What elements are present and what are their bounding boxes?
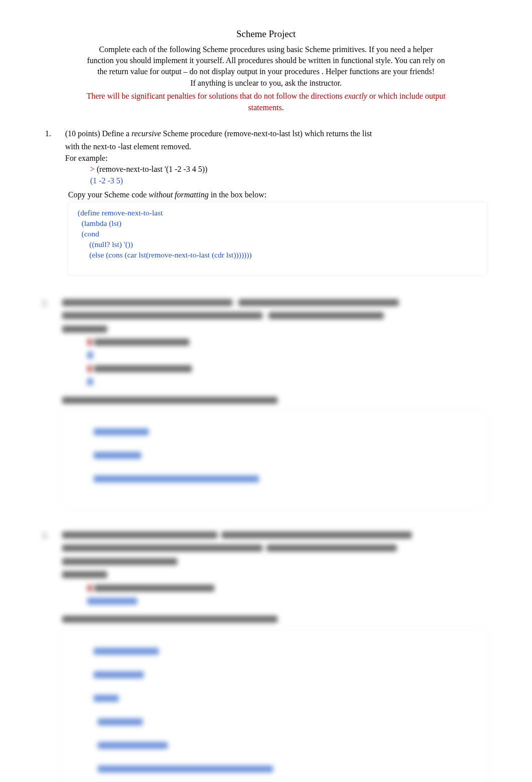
repl-call: (remove-next-to-last '(1 -2 -3 4 5)): [95, 165, 207, 173]
q1-line2: with the next-to -last element removed.: [65, 141, 487, 152]
question-text: (10 points) Define a recursive Scheme pr…: [65, 128, 487, 139]
answer-box-2: [62, 411, 487, 507]
intro-text: the return value for output – do not dis…: [45, 66, 487, 77]
question-number: 1.: [45, 128, 55, 275]
q1-proc: (remove-next-to-last lst): [224, 129, 303, 138]
copy-post: in the box below:: [208, 190, 267, 199]
question-number: 3.: [42, 530, 52, 782]
warning-em: exactly: [345, 92, 367, 100]
question-number: 2.: [42, 298, 52, 507]
copy-em: without formatting: [149, 190, 209, 199]
warning-line2: statements.: [248, 103, 284, 112]
q1-recursive: recursive: [131, 129, 161, 138]
copy-pre: Copy your Scheme code: [68, 190, 149, 199]
copy-instruction: Copy your Scheme code without formatting…: [68, 189, 487, 200]
intro-text: If anything is unclear to you, ask the i…: [45, 78, 487, 89]
repl-prompt: >: [90, 165, 95, 173]
q1-points: (10 points) Define a: [65, 129, 131, 138]
intro-text: Complete each of the following Scheme pr…: [99, 45, 287, 54]
q1-mid: Scheme procedure: [161, 129, 224, 138]
q1-for-example: For example:: [65, 153, 487, 164]
q1-tail: which returns the list: [303, 129, 372, 138]
answer-box-3: [62, 631, 487, 782]
intro-text: . If you need a helper: [365, 45, 433, 54]
repl-output: (1 -2 -3 5): [90, 175, 487, 186]
blurred-question-2: 2.: [42, 298, 487, 507]
intro-text: function you should implement it yoursel…: [45, 55, 487, 66]
intro-paragraph: Complete each of the following Scheme pr…: [45, 44, 487, 89]
warning-text: There will be significant penalties for …: [45, 91, 487, 113]
page-title: Scheme Project: [45, 28, 487, 41]
intro-text: basic Scheme primitives: [287, 45, 365, 54]
question-1: 1. (10 points) Define a recursive Scheme…: [45, 128, 487, 275]
blurred-question-3: 3.: [42, 530, 487, 782]
answer-box-1[interactable]: (define remove-next-to-last (lambda (lst…: [68, 202, 487, 275]
warning-post: or which include output: [367, 92, 445, 100]
warning-pre: There will be significant penalties for …: [87, 92, 345, 100]
